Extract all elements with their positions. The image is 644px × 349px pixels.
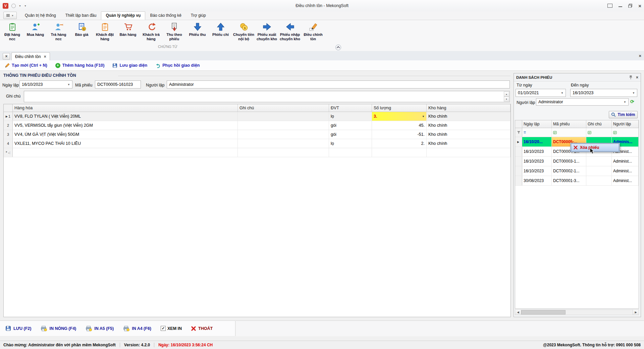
ribbon-button-chuyen-tien-noi-bo[interactable]: $ Chuyển tiền nội bộ [232,21,255,42]
save-button[interactable]: LƯU (F2) [5,326,31,331]
horizontal-scrollbar[interactable]: ◀ ▶ [515,309,639,315]
filter-cell-ma-phieu[interactable] [552,128,586,137]
ribbon-button-phieu-thu[interactable]: Phiếu thu [186,21,209,38]
preview-checkbox-group[interactable]: ✓ XEM IN [161,326,182,331]
spin-down-icon[interactable]: ▼ [504,97,509,102]
ma-phieu-field[interactable]: DCT00005-161023 [95,80,141,89]
fullscreen-icon[interactable] [607,4,612,8]
warehouse-in-icon [285,22,295,32]
chevron-down-icon[interactable]: ▼ [559,92,564,95]
column-header-nguoi-lap[interactable]: Người lập [612,120,639,128]
panel-nguoi-lap-label: Người lập [517,100,535,105]
add-icon: + [55,63,60,68]
nguoi-lap-field[interactable]: Administrator [167,80,510,89]
scroll-right-icon[interactable]: ▶ [633,310,639,315]
print-a4-button[interactable]: IN A4 (F6) [123,326,151,331]
scroll-left-icon[interactable]: ◀ [515,310,521,315]
tab-bao-cao-thong-ke[interactable]: Báo cáo thống kê [145,11,186,20]
document-tab-dieu-chinh-ton[interactable]: Điều chỉnh tồn × [11,52,50,61]
table-row[interactable]: ▶1 VV8, FLO TYLAN ( Việt Viễn) 20ML lọ 3… [4,112,511,121]
new-row[interactable]: * -: [4,148,511,157]
warehouse-out-icon [262,22,272,32]
ribbon-button-tra-hang-ncc[interactable]: Trả hàng ncc [47,21,70,42]
chevron-down-icon[interactable]: ▼ [420,115,425,118]
column-header-ghi-chu[interactable]: Ghi chú [586,120,612,128]
filter-cell-ngay-lap[interactable]: = [522,128,552,137]
column-header-ma-phieu[interactable]: Mã phiếu [552,120,586,128]
row-indicator [515,166,522,176]
ribbon-button-thu-theo-phieu[interactable]: Thu theo phiếu [163,21,186,42]
den-ngay-value: 16/10/2023 [573,91,594,95]
cell-so-luong-editor[interactable]: 3.▼ [372,112,427,121]
ribbon-button-label: Thu theo phiếu [163,33,185,41]
print-a5-button[interactable]: IN A5 (F5) [86,326,114,331]
tu-ngay-combo[interactable]: 01/10/2021 ▼ [516,89,566,97]
den-ngay-combo[interactable]: 16/10/2023 ▼ [570,89,637,97]
column-header-so-luong[interactable]: Số lượng [372,104,427,112]
column-header-dvt[interactable]: ĐVT [329,104,372,112]
filter-contains-icon [613,131,617,134]
column-header-kho-hang[interactable]: Kho hàng [427,104,511,112]
tab-quan-ly-nghiep-vu[interactable]: Quản lý nghiệp vụ [101,11,145,20]
column-header-hang-hoa[interactable]: Hàng hóa [13,104,238,112]
cell-nguoi-lap: Administ... [612,166,639,176]
chevron-down-icon[interactable]: ▼ [66,83,70,86]
button-label: IN NÓNG (F4) [49,326,76,331]
column-header-ngay-lap[interactable]: Ngày lập [522,120,552,128]
new-record-link[interactable]: Tạo mới (Ctrl + N) [5,63,47,68]
close-all-tabs-icon[interactable]: × [639,53,641,58]
tab-quan-tri-he-thong[interactable]: Quản trị hệ thống [20,11,61,20]
filter-row[interactable]: = [515,128,639,137]
window-title: Điều chỉnh tồn - MekongSoft [0,0,644,11]
cell-hang-hoa: VV4, ÚM GÀ VỊT (Việt Viễn) 50GM [13,130,238,139]
refresh-icon[interactable]: ⟳ [630,99,634,104]
ngay-lap-combo[interactable]: 16/10/2023 ▼ [19,80,72,89]
restore-layout-link[interactable]: Phục hồi giao diện [155,63,200,68]
chevron-down-icon[interactable]: ▼ [622,101,626,104]
ribbon-button-khach-dat-hang[interactable]: Khách đặt hàng [93,21,116,42]
ribbon-button-khach-tra-hang[interactable]: Khách trả hàng [140,21,163,42]
panel-nguoi-lap-combo[interactable]: Administrator ▼ [536,98,629,106]
ribbon-collapse-button[interactable] [335,45,341,50]
scrollbar-thumb[interactable] [521,310,566,314]
ribbon-button-phieu-nhap-chuyen-kho[interactable]: Phiếu nhập chuyển kho [278,21,302,42]
save-layout-link[interactable]: Lưu giao diện [112,63,147,68]
ribbon-button-dieu-chinh-ton[interactable]: Điều chỉnh tồn [302,21,325,42]
close-icon[interactable]: × [638,3,641,8]
search-button[interactable]: Tìm kiếm [609,111,638,118]
tab-tro-giup[interactable]: Trợ giúp [186,11,211,20]
ribbon-button-mua-hang[interactable]: Mua hàng [24,21,47,38]
ghi-chu-field[interactable]: ▲ ▼ [24,91,510,102]
column-header-ghi-chu[interactable]: Ghi chú [238,104,329,112]
filter-cell-ghi-chu[interactable] [586,128,612,137]
minimize-icon[interactable] [619,6,622,7]
table-row[interactable]: 30/08/2023 DCT00001-3... Administ... [515,176,639,186]
filter-cell-nguoi-lap[interactable] [612,128,639,137]
ribbon-button-bao-gia[interactable]: $ Báo giá [70,21,93,38]
ribbon-button-phieu-xuat-chuyen-kho[interactable]: Phiếu xuất chuyển kho [255,21,278,42]
cell-ngay-lap: 16/10/2023 [522,157,552,166]
print-hot-button[interactable]: IN NÓNG (F4) [41,326,76,331]
restore-icon[interactable] [628,4,632,8]
close-icon[interactable]: × [44,54,46,59]
ribbon-menu-button[interactable]: ▼ [3,12,17,19]
ribbon-button-ban-hang[interactable]: Bán hàng [116,21,140,38]
checkbox-checked-icon[interactable]: ✓ [161,326,166,331]
table-row[interactable]: 3 VV4, ÚM GÀ VỊT (Việt Viễn) 50GM gói -5… [4,130,511,139]
nguoi-lap-value: Administrator [169,82,194,87]
chevron-down-icon[interactable]: ▼ [631,92,635,95]
add-item-link[interactable]: + Thêm hàng hóa (F10) [55,63,105,68]
tab-thiet-lap-ban-dau[interactable]: Thiết lập ban đầu [61,11,101,20]
table-row[interactable]: 16/10/2023 DCT00003-1... Administ... [515,157,639,166]
table-row[interactable]: 4 VXLE11, MYCO PAC THÁI 10 LIỀU lọ 2. Kh… [4,139,511,148]
ribbon-button-dat-hang-ncc[interactable]: Đặt hàng ncc [1,21,24,42]
ribbon-button-phieu-chi[interactable]: Phiếu chi [209,21,232,38]
table-row[interactable]: 16/10/2023 DCT00002-1... Administ... [515,166,639,176]
exit-button[interactable]: THOÁT [191,326,213,331]
pin-icon[interactable] [629,75,633,79]
table-row[interactable]: 2 VV5, VERMISOL tẩy giun (Việt Viễn) 2GM… [4,121,511,130]
context-menu-item-delete[interactable]: Xóa phiếu [571,143,619,152]
close-icon[interactable]: × [636,75,638,80]
spin-up-icon[interactable]: ▲ [504,92,509,97]
close-tab-button[interactable]: × [3,53,10,60]
